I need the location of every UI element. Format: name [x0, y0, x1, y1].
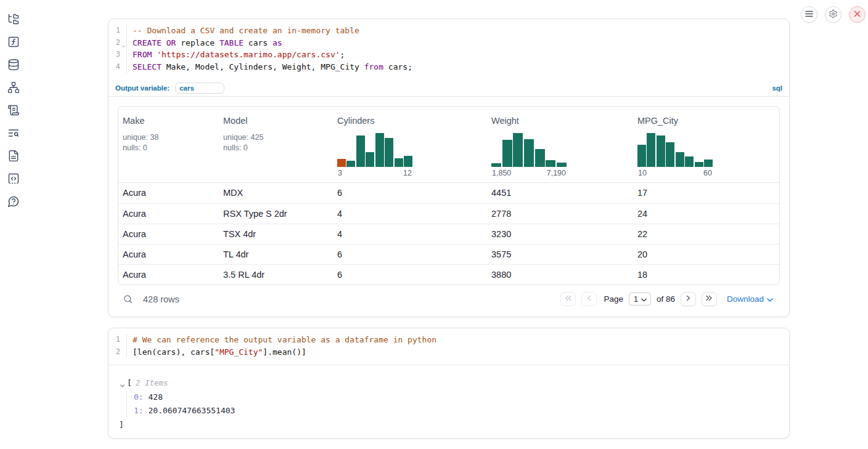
shutdown-button[interactable]: [849, 6, 866, 23]
python-code-editor[interactable]: 1# We can reference the output variable …: [108, 328, 789, 358]
sidebar-logs-button[interactable]: [7, 127, 20, 140]
output-variable-label: Output variable:: [115, 84, 170, 92]
fold-chevron-icon[interactable]: [121, 41, 126, 46]
chevron-down-icon: [767, 294, 773, 304]
column-header[interactable]: Weight1,8507,190: [487, 107, 633, 182]
column-stat: unique: 38: [123, 132, 219, 143]
code-text: [len(cars), cars["MPG_City"].mean()]: [127, 346, 306, 358]
sidebar-file-explorer-button[interactable]: [7, 14, 20, 26]
column-histogram[interactable]: 1060: [637, 133, 713, 177]
table-row[interactable]: AcuraTL 4dr6357520: [118, 244, 779, 264]
histogram-bars: [637, 133, 713, 167]
table-cell: 3575: [487, 249, 633, 259]
table-cell: 6: [333, 270, 487, 280]
table-cell: 24: [633, 209, 779, 219]
line-number-gutter: 3: [108, 49, 127, 61]
sidebar-dependency-graph-button[interactable]: [7, 82, 20, 94]
table-row[interactable]: AcuraTSX 4dr4323022: [118, 224, 779, 244]
chevrons-left-icon: [564, 294, 573, 304]
table-cell: 6: [333, 249, 487, 259]
page-label: Page: [604, 294, 623, 304]
table-cell: 3.5 RL 4dr: [219, 270, 333, 280]
histogram-bar: [647, 133, 655, 167]
histogram-bar: [395, 158, 403, 167]
sidebar-scratchpad-button[interactable]: [7, 105, 20, 117]
code-text: CREATE OR replace TABLE cars as: [127, 37, 282, 49]
language-badge[interactable]: sql: [772, 84, 782, 92]
line-number-gutter: 1: [108, 25, 127, 37]
column-label: MPG_City: [637, 116, 779, 127]
table-header-row: Makeunique: 38nulls: 0Modelunique: 425nu…: [118, 107, 779, 183]
sidebar-documentation-button[interactable]: [7, 150, 20, 163]
table-cell: MDX: [219, 188, 333, 198]
previous-page-button[interactable]: [581, 292, 597, 306]
sidebar-functions-button[interactable]: [7, 36, 20, 49]
pagination: Page 1 of 86 Download: [560, 292, 773, 306]
code-line[interactable]: 1-- Download a CSV and create an in-memo…: [108, 25, 789, 37]
collapse-chevron-icon[interactable]: [119, 380, 126, 387]
table-cell: 18: [633, 270, 779, 280]
sidebar-datasources-button[interactable]: [7, 59, 20, 71]
code-line[interactable]: 2[len(cars), cars["MPG_City"].mean()]: [108, 346, 789, 358]
axis-max-label: 7,190: [547, 169, 566, 177]
code-text: -- Download a CSV and create an in-memor…: [127, 25, 359, 37]
table-cell: TSX 4dr: [219, 229, 333, 239]
scroll-icon: [7, 104, 20, 118]
menu-button[interactable]: [801, 6, 817, 23]
table-row[interactable]: AcuraRSX Type S 2dr4277824: [118, 203, 779, 224]
column-stat: nulls: 0: [123, 143, 219, 153]
last-page-button[interactable]: [702, 292, 717, 306]
close-icon: [854, 10, 861, 19]
code-line[interactable]: 3FROM 'https://datasets.marimo.app/cars.…: [108, 49, 789, 61]
sidebar-snippets-button[interactable]: [7, 173, 20, 185]
line-number-gutter: 1: [108, 334, 127, 346]
first-page-button[interactable]: [560, 292, 576, 306]
histogram-bar: [356, 136, 365, 167]
table-cell: 4: [333, 209, 487, 219]
column-header[interactable]: Modelunique: 425nulls: 0: [219, 107, 333, 182]
sql-code-editor[interactable]: 1-- Download a CSV and create an in-memo…: [108, 19, 789, 73]
result-output-tree: [ 2 Items 0: 4281: 20.060747663551403 ]: [108, 365, 789, 432]
column-histogram[interactable]: 312: [337, 133, 412, 177]
axis-min-label: 10: [638, 169, 647, 177]
output-variable-input[interactable]: [175, 83, 224, 94]
table-cell: Acura: [118, 209, 219, 219]
column-header[interactable]: MPG_City1060: [633, 107, 779, 182]
line-number: 1: [116, 25, 120, 37]
table-row[interactable]: Acura3.5 RL 4dr6388018: [118, 264, 779, 285]
histogram-bar: [666, 142, 674, 167]
table-cell: 3230: [487, 229, 633, 239]
chevron-left-icon: [585, 294, 594, 304]
code-line[interactable]: 1# We can reference the output variable …: [108, 334, 789, 346]
table-output-area: Makeunique: 38nulls: 0Modelunique: 425nu…: [108, 97, 789, 313]
column-label: Make: [123, 116, 219, 127]
sidebar-help-button[interactable]: [7, 196, 20, 208]
histogram-bar: [546, 160, 555, 167]
column-header[interactable]: Cylinders312: [333, 107, 487, 182]
column-histogram[interactable]: 1,8507,190: [491, 133, 567, 177]
code-line[interactable]: 4SELECT Make, Model, Cylinders, Weight, …: [108, 61, 789, 73]
sidebar: [0, 0, 27, 208]
result-item-value: 20.060747663551403: [144, 406, 235, 415]
download-button[interactable]: Download: [727, 294, 773, 304]
table-cell: Acura: [118, 229, 219, 239]
column-header[interactable]: Makeunique: 38nulls: 0: [118, 107, 219, 182]
file-text-icon: [7, 150, 20, 164]
next-page-button[interactable]: [681, 292, 696, 306]
code-line[interactable]: 2CREATE OR replace TABLE cars as: [108, 37, 789, 49]
axis-max-label: 12: [403, 169, 412, 177]
output-variable-bar: Output variable: sql: [108, 80, 789, 97]
search-button[interactable]: [123, 294, 133, 304]
open-bracket: [: [127, 376, 132, 390]
row-count: 428 rows: [143, 294, 179, 304]
code-text: # We can reference the output variable a…: [127, 334, 436, 346]
page-select[interactable]: 1: [629, 293, 651, 305]
table-row[interactable]: AcuraMDX6445117: [118, 183, 779, 203]
table-cell: 6: [333, 188, 487, 198]
histogram-bar: [513, 133, 523, 167]
column-stats: unique: 425nulls: 0: [223, 132, 333, 153]
settings-button[interactable]: [825, 6, 841, 23]
text-search-icon: [7, 127, 20, 141]
chevrons-right-icon: [705, 294, 713, 304]
result-items: 0: 4281: 20.060747663551403: [126, 390, 789, 418]
